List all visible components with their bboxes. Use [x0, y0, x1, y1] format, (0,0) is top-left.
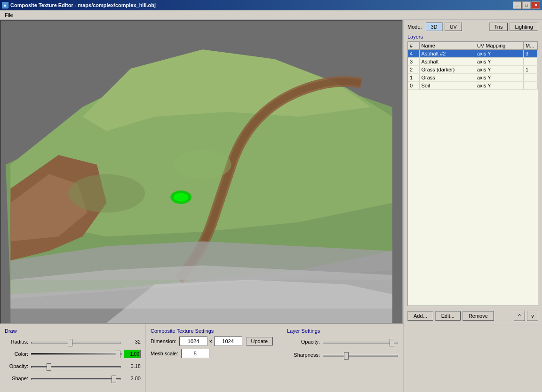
main-content: Draw Radius: 32 Color: 1.00	[0, 20, 542, 392]
table-row[interactable]: 1Grassaxis Y	[408, 74, 538, 82]
ls-sharpness-slider[interactable]	[323, 355, 398, 357]
col-uv: UV Mapping	[475, 42, 523, 50]
radius-slider[interactable]	[31, 342, 121, 344]
mesh-scale-row: Mesh scale:	[151, 349, 277, 358]
layers-table-header: # Name UV Mapping M...	[408, 42, 538, 50]
dimension-separator: x	[209, 338, 212, 344]
composite-title: Composite Texture Settings	[151, 328, 277, 334]
minimize-button[interactable]: _	[513, 1, 521, 9]
col-num: #	[408, 42, 419, 50]
shape-row: Shape: 2.00	[5, 373, 141, 384]
menu-file[interactable]: File	[2, 11, 16, 19]
remove-layer-button[interactable]: Remove	[462, 311, 494, 321]
layers-table-body: 4Asphalt #2axis Y33Asphaltaxis Y2Grass (…	[408, 50, 538, 90]
ls-opacity-slider[interactable]	[323, 342, 398, 344]
svg-point-11	[174, 193, 188, 201]
edit-layer-button[interactable]: Edit...	[435, 311, 461, 321]
window-title: Composite Texture Editor - maps/complex/…	[10, 2, 156, 8]
table-row[interactable]: 0Soilaxis Y	[408, 82, 538, 90]
ls-opacity-row: Opacity:	[287, 337, 398, 347]
color-row: Color: 1.00	[5, 349, 141, 359]
radius-label: Radius:	[5, 339, 28, 345]
table-row[interactable]: 4Asphalt #2axis Y3	[408, 50, 538, 58]
opacity-label: Opacity:	[5, 363, 28, 369]
col-name: Name	[419, 42, 475, 50]
color-label: Color:	[5, 351, 28, 357]
title-bar: ■ Composite Texture Editor - maps/comple…	[0, 0, 542, 10]
color-value: 1.00	[124, 350, 141, 358]
draw-panel-title: Draw	[5, 328, 141, 334]
opacity-row: Opacity: 0.18	[5, 361, 141, 371]
mode-uv-button[interactable]: UV	[445, 23, 462, 31]
move-layer-down-button[interactable]: v	[527, 311, 538, 321]
dimension-width-input[interactable]	[179, 337, 207, 346]
tris-button[interactable]: Tris	[489, 23, 508, 31]
table-row[interactable]: 2Grass (darker)axis Y1	[408, 66, 538, 74]
move-layer-up-button[interactable]: ^	[514, 311, 525, 321]
mode-label: Mode:	[407, 24, 422, 30]
mode-3d-button[interactable]: 3D	[426, 23, 443, 31]
lighting-button[interactable]: Lighting	[510, 23, 538, 31]
ls-sharpness-label: Sharpness:	[287, 352, 320, 358]
layers-title: Layers	[407, 34, 538, 39]
dimension-height-input[interactable]	[214, 337, 242, 346]
layers-section: Layers # Name UV Mapping M... 4Asphalt #…	[404, 34, 542, 308]
mesh-scale-label: Mesh scale:	[151, 351, 178, 356]
table-row[interactable]: 3Asphaltaxis Y	[408, 58, 538, 66]
composite-texture-panel: Composite Texture Settings Dimension: x …	[146, 324, 282, 392]
update-button[interactable]: Update	[246, 337, 273, 345]
shape-value: 2.00	[124, 376, 141, 381]
radius-value: 32	[124, 339, 141, 345]
right-panel: Mode: 3D UV Tris Lighting Layers # Name …	[403, 20, 542, 392]
draw-panel: Draw Radius: 32 Color: 1.00	[0, 324, 146, 392]
dimension-label: Dimension:	[151, 338, 176, 344]
ls-opacity-label: Opacity:	[287, 339, 320, 345]
svg-point-8	[68, 174, 145, 213]
layers-table: # Name UV Mapping M... 4Asphalt #2axis Y…	[408, 42, 538, 90]
layer-settings-title: Layer Settings	[287, 328, 398, 334]
close-button[interactable]: ✕	[532, 1, 540, 9]
window-controls: _ □ ✕	[513, 1, 540, 9]
viewport-3d[interactable]	[0, 20, 403, 324]
app-icon: ■	[2, 2, 8, 8]
shape-label: Shape:	[5, 376, 28, 381]
opacity-value: 0.18	[124, 363, 141, 369]
left-panel: Draw Radius: 32 Color: 1.00	[0, 20, 403, 392]
layers-table-container: # Name UV Mapping M... 4Asphalt #2axis Y…	[407, 41, 538, 306]
add-layer-button[interactable]: Add...	[407, 311, 433, 321]
maximize-button[interactable]: □	[522, 1, 531, 9]
bottom-panels: Draw Radius: 32 Color: 1.00	[0, 324, 403, 392]
layer-settings-panel: Layer Settings Opacity: Sharpness:	[282, 324, 403, 392]
ls-sharpness-row: Sharpness:	[287, 350, 398, 360]
right-panel-bottom	[404, 324, 542, 392]
shape-slider[interactable]	[31, 378, 121, 380]
mode-bar: Mode: 3D UV Tris Lighting	[404, 20, 542, 34]
svg-point-9	[174, 150, 231, 179]
radius-row: Radius: 32	[5, 337, 141, 347]
mesh-scale-input[interactable]	[181, 349, 209, 358]
opacity-slider[interactable]	[31, 366, 121, 368]
layers-buttons: Add... Edit... Remove ^ v	[404, 308, 542, 324]
menu-bar: File	[0, 10, 542, 20]
col-m: M...	[524, 42, 538, 50]
dimension-row: Dimension: x Update	[151, 337, 277, 346]
